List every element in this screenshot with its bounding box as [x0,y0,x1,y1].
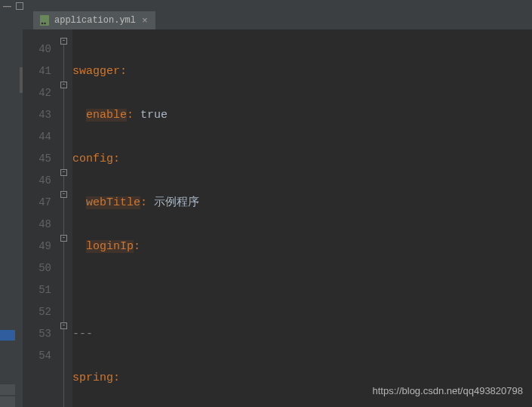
fold-icon[interactable]: - [60,235,67,242]
window-controls: — [0,0,532,11]
yaml-file-icon [39,15,50,26]
fold-icon[interactable]: - [60,169,67,176]
close-icon[interactable]: × [140,15,149,26]
code-content[interactable]: swagger: enable: true config: webTitle: … [72,29,532,407]
fold-icon[interactable]: - [60,82,67,88]
svg-point-1 [42,23,44,25]
tab-application-yml[interactable]: application.yml × [33,11,155,29]
left-tool-strip [0,29,23,407]
maximize-icon[interactable] [16,2,23,10]
svg-point-2 [44,23,46,25]
tab-filename: application.yml [54,15,136,26]
fold-icon[interactable]: - [60,322,67,329]
fold-gutter: - - - - - - [59,29,72,407]
editor: 4041424344 4546474849 5051525354 - - - -… [0,29,532,407]
watermark: https://blog.csdn.net/qq493820798 [373,385,524,396]
editor-tabs: application.yml × [0,11,532,29]
line-numbers: 4041424344 4546474849 5051525354 [23,29,59,407]
minimize-icon[interactable]: — [3,2,11,10]
fold-icon[interactable]: - [60,191,67,198]
fold-icon[interactable]: - [60,38,67,45]
